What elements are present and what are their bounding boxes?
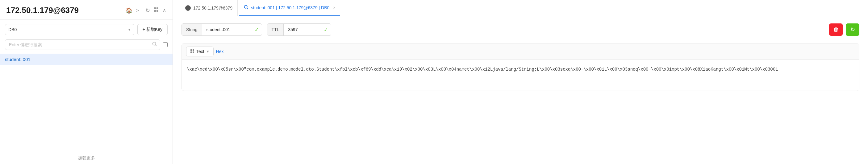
svg-line-7 — [247, 8, 248, 9]
add-key-button[interactable]: + 新增Key — [137, 24, 167, 35]
active-tab-close-icon[interactable]: × — [333, 5, 335, 10]
svg-rect-2 — [154, 10, 156, 12]
info-tab[interactable]: i 172.50.1.179@6379 — [180, 0, 238, 16]
left-panel: 172.50.1.179@6379 🏠 >_ ↻ ∧ DB0 DB1 DB2 — [0, 0, 173, 164]
ttl-field: TTL 3597 ✓ — [267, 24, 332, 36]
refresh-icon[interactable]: ↻ — [145, 7, 150, 14]
load-more-wrap: 加载更多 — [0, 152, 173, 164]
hex-link[interactable]: Hex — [216, 49, 224, 54]
header-icons: 🏠 >_ ↻ ∧ — [126, 7, 166, 14]
right-content: String student::001 ✓ TTL 3597 ✓ ↻ — [173, 16, 868, 164]
right-panel: i 172.50.1.179@6379 student::001 | 172.5… — [173, 0, 868, 164]
db-select-wrap: DB0 DB1 DB2 DB3 ▼ — [5, 24, 134, 35]
svg-rect-10 — [190, 52, 192, 53]
load-more-button[interactable]: 加载更多 — [78, 155, 95, 161]
svg-point-4 — [153, 42, 156, 45]
right-tabs: i 172.50.1.179@6379 student::001 | 172.5… — [173, 0, 868, 16]
terminal-icon[interactable]: >_ — [136, 8, 142, 13]
value-content: \xac\xed\x00\x05sr\x00"com.example.demo.… — [182, 60, 859, 91]
refresh-button[interactable]: ↻ — [846, 24, 859, 36]
grid-icon[interactable] — [154, 7, 159, 13]
value-toolbar: Text ▼ Hex — [182, 43, 859, 60]
key-item[interactable]: student::001 — [0, 54, 173, 65]
action-buttons: ↻ — [829, 24, 859, 36]
key-list: student::001 — [0, 54, 173, 152]
left-header: 172.50.1.179@6379 🏠 >_ ↻ ∧ — [0, 0, 173, 20]
value-type-label: Text — [196, 49, 204, 54]
value-type-chevron-icon: ▼ — [206, 50, 210, 53]
ttl-value: 3597 — [284, 24, 321, 35]
type-check-icon: ✓ — [252, 27, 262, 33]
svg-rect-11 — [193, 52, 194, 53]
filter-checkbox[interactable] — [163, 42, 167, 47]
type-label: String — [182, 24, 202, 35]
collapse-icon[interactable]: ∧ — [162, 7, 166, 14]
key-meta-row: String student::001 ✓ TTL 3597 ✓ ↻ — [182, 24, 859, 36]
key-name-value: student::001 — [202, 24, 252, 35]
search-icon[interactable] — [152, 42, 157, 48]
active-tab-search-icon — [244, 5, 248, 10]
ttl-check-icon: ✓ — [321, 27, 331, 33]
home-icon[interactable]: 🏠 — [126, 7, 132, 14]
info-tab-label: 172.50.1.179@6379 — [193, 5, 232, 10]
info-tab-icon: i — [185, 5, 191, 11]
search-row — [0, 39, 173, 54]
db-select[interactable]: DB0 DB1 DB2 DB3 — [5, 24, 134, 35]
connection-title: 172.50.1.179@6379 — [6, 5, 79, 15]
svg-point-6 — [245, 5, 247, 8]
delete-button[interactable] — [829, 24, 843, 36]
svg-rect-0 — [154, 7, 156, 9]
active-tab[interactable]: student::001 | 172.50.1.179@6379 | DB0 × — [239, 0, 340, 16]
refresh-icon-label: ↻ — [850, 26, 855, 33]
value-type-icon — [190, 49, 194, 54]
svg-rect-3 — [156, 10, 158, 12]
svg-rect-1 — [156, 7, 158, 9]
left-toolbar: DB0 DB1 DB2 DB3 ▼ + 新增Key — [0, 20, 173, 39]
type-field: String student::001 ✓ — [182, 24, 262, 36]
ttl-label: TTL — [267, 24, 284, 35]
active-tab-label: student::001 | 172.50.1.179@6379 | DB0 — [251, 5, 329, 10]
svg-rect-9 — [193, 49, 194, 51]
value-section: Text ▼ Hex \xac\xed\x00\x05sr\x00"com.ex… — [182, 43, 859, 91]
svg-rect-8 — [190, 49, 192, 51]
search-input[interactable] — [5, 39, 160, 50]
svg-line-5 — [156, 45, 157, 46]
value-type-select[interactable]: Text ▼ — [186, 46, 214, 57]
key-item-label: student::001 — [5, 57, 31, 62]
search-input-wrap — [5, 39, 160, 50]
